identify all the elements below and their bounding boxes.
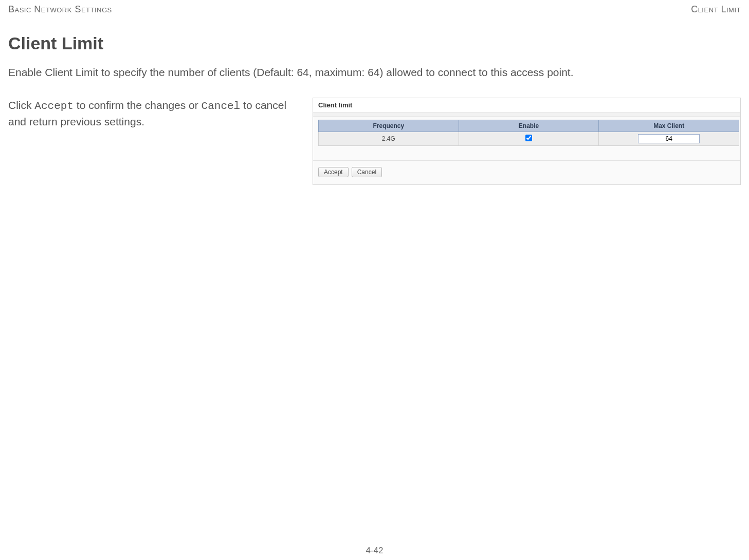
max-client-input[interactable] [638,134,700,143]
cancel-button[interactable]: Cancel [352,167,382,177]
cell-maxclient [599,132,739,146]
page-description: Enable Client Limit to specify the numbe… [8,65,741,80]
page-title: Client Limit [8,33,741,53]
instruction-prefix: Click [8,99,34,111]
client-limit-panel: Client limit Frequency Enable Max Client… [313,98,741,185]
table-row: 2.4G [319,132,739,146]
panel-divider [313,112,740,117]
header-right: Client Limit [691,4,741,15]
instruction-text: Click Accept to confirm the changes or C… [8,98,301,129]
cell-frequency: 2.4G [319,132,459,146]
panel-button-row: Accept Cancel [313,160,740,184]
col-enable: Enable [459,120,599,132]
enable-checkbox[interactable] [525,135,532,141]
client-limit-table: Frequency Enable Max Client 2.4G [318,120,739,146]
col-frequency: Frequency [319,120,459,132]
panel-title: Client limit [313,98,740,112]
table-header-row: Frequency Enable Max Client [319,120,739,132]
instruction-mid: to confirm the changes or [74,99,202,111]
accept-keyword: Accept [34,100,74,112]
cancel-keyword: Cancel [202,100,241,112]
page-number: 4-42 [366,546,383,556]
col-maxclient: Max Client [599,120,739,132]
cell-enable [459,132,599,146]
header-left: Basic Network Settings [8,4,112,15]
page-header: Basic Network Settings Client Limit [8,4,741,15]
accept-button[interactable]: Accept [318,167,349,177]
